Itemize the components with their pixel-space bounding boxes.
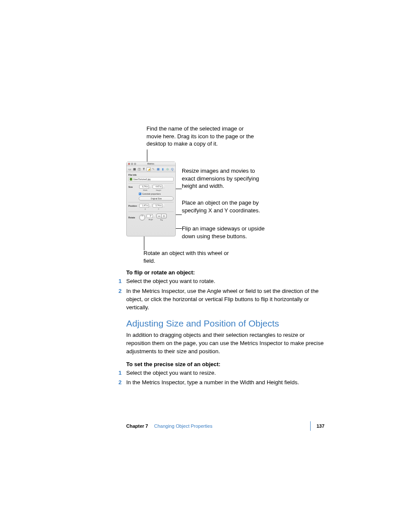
procedure-flip-rotate: To flip or rotate an object: 1 Select th… (126, 269, 324, 313)
close-icon[interactable] (128, 163, 130, 165)
leader-line (176, 215, 182, 215)
angle-wheel[interactable] (139, 215, 145, 221)
y-value: 5.74 in (156, 205, 162, 207)
width-field[interactable]: 6.74 in (139, 185, 151, 189)
height-stepper[interactable] (162, 185, 165, 189)
callout-rotate: Rotate an object with this wheel or fiel… (143, 249, 230, 264)
quicktime-tab-icon[interactable]: Q (170, 167, 174, 171)
section-heading: Adjusting Size and Position of Objects (126, 318, 324, 329)
footer-divider (310, 421, 311, 431)
x-field[interactable]: 1.47 in (139, 204, 151, 208)
x-sublabel: X (145, 208, 146, 210)
link-tab-icon[interactable]: ⊙ (165, 167, 170, 171)
x-stepper[interactable] (149, 204, 151, 208)
size-label: Size (128, 185, 138, 188)
file-name: GiantTortoise2.jpg (133, 178, 150, 180)
file-info-label: File Info (127, 172, 175, 177)
flip-sublabel: Flip (160, 219, 163, 221)
table-tab-icon[interactable]: ▦ (156, 167, 160, 171)
angle-value: 0° (150, 215, 152, 217)
wrap-tab-icon[interactable]: ◫ (137, 167, 141, 171)
height-field[interactable]: 4.47 in (153, 185, 165, 189)
chart-tab-icon[interactable]: ▮ (161, 167, 165, 171)
leader-line (176, 228, 182, 229)
step-number: 2 (118, 379, 126, 387)
file-info-field[interactable]: GiantTortoise2.jpg (128, 177, 174, 181)
text-tab-icon[interactable]: T (142, 167, 146, 171)
metrics-tab-icon[interactable]: ◢ (146, 167, 151, 171)
divider (128, 212, 174, 212)
footer-page-number: 137 (317, 423, 324, 429)
callout-flip: Flip an image sideways or upside down us… (182, 225, 268, 240)
angle-field[interactable]: 0° (146, 214, 155, 218)
original-size-button[interactable]: Original Size (139, 196, 174, 201)
x-value: 1.47 in (142, 205, 148, 207)
footer-title: Changing Object Properties (154, 423, 304, 429)
divider (128, 183, 174, 184)
y-field[interactable]: 5.74 in (153, 204, 165, 208)
height-value: 4.47 in (156, 186, 162, 188)
width-value: 6.74 in (142, 186, 148, 188)
section-adjusting-size: Adjusting Size and Position of Objects I… (126, 318, 324, 389)
step-text: In the Metrics Inspector, use the Angle … (126, 287, 324, 312)
traffic-lights (128, 163, 136, 165)
footer-chapter: Chapter 7 (126, 423, 148, 429)
constrain-label: Constrain proportions (142, 193, 161, 195)
step-text: Select the object you want to resize. (126, 369, 216, 377)
step-number: 2 (118, 287, 126, 312)
angle-sublabel: Angle (149, 218, 153, 221)
y-stepper[interactable] (162, 204, 165, 208)
step-text: In the Metrics Inspector, type a number … (126, 379, 299, 387)
file-thumbnail-icon (130, 178, 132, 180)
step-number: 1 (118, 277, 126, 286)
graphic-tab-icon[interactable]: ✎ (151, 167, 156, 171)
width-sublabel: Width (143, 189, 147, 191)
angle-stepper[interactable] (153, 214, 155, 218)
width-stepper[interactable] (149, 185, 151, 189)
zoom-icon[interactable] (134, 163, 136, 165)
height-sublabel: Height (156, 189, 161, 191)
y-sublabel: Y (158, 208, 159, 210)
constrain-checkbox[interactable] (139, 193, 141, 195)
inspector-title: Metrics (147, 162, 154, 165)
step-text: Select the object you want to rotate. (126, 277, 215, 286)
position-label: Position (128, 204, 138, 207)
document-tab-icon[interactable]: ▭ (128, 167, 132, 171)
minimize-icon[interactable] (131, 163, 133, 165)
callout-file-info: Find the name of the selected image or m… (146, 125, 258, 148)
rotate-label: Rotate (128, 216, 138, 219)
callout-position: Place an object on the page by specifyin… (182, 199, 268, 214)
inspector-tabs: ▭ ▦ ◫ T ◢ ✎ ▦ ▮ ⊙ Q (127, 166, 175, 172)
rotate-row: Rotate 0° Angle ⇔ ⇕ Flip (127, 213, 175, 222)
layout-tab-icon[interactable]: ▦ (132, 167, 137, 171)
flip-horizontal-button[interactable]: ⇔ (156, 214, 162, 218)
leader-line (176, 189, 182, 189)
section-paragraph: In addition to dragging objects and thei… (126, 331, 324, 356)
size-row: Size 6.74 in Width 4.47 in Height (127, 184, 175, 192)
metrics-inspector-panel: Metrics ▭ ▦ ◫ T ◢ ✎ ▦ ▮ ⊙ Q File Info Gi… (126, 162, 176, 236)
position-row: Position 1.47 in X 5.74 in Y (127, 203, 175, 211)
callout-size: Resize images and movies to exact dimens… (182, 167, 268, 190)
page-footer: Chapter 7 Changing Object Properties 137 (126, 421, 324, 431)
procedure-heading: To flip or rotate an object: (126, 269, 324, 276)
inspector-titlebar: Metrics (127, 162, 175, 166)
leader-line (147, 149, 147, 163)
flip-vertical-button[interactable]: ⇕ (162, 214, 167, 218)
divider (128, 202, 174, 202)
procedure-heading: To set the precise size of an object: (126, 361, 324, 367)
step-number: 1 (118, 369, 126, 377)
